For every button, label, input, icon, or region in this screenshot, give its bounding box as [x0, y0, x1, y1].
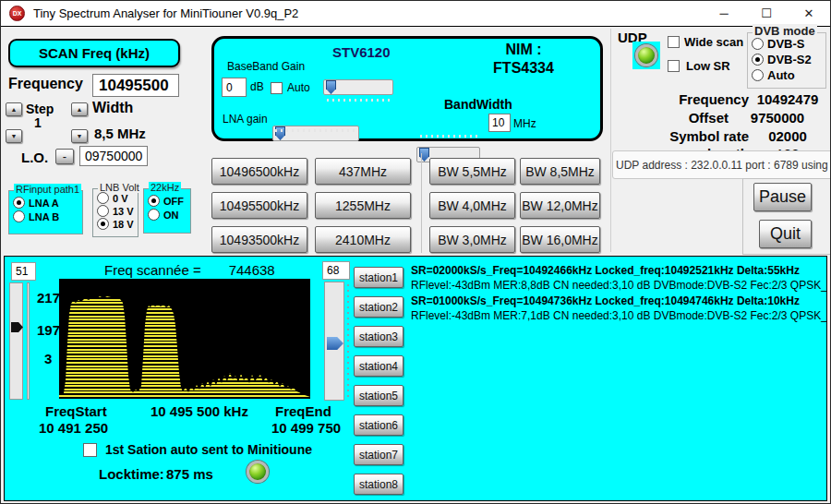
freq-preset-button[interactable]: 10495500kHz	[211, 192, 307, 219]
checkbox-icon	[668, 36, 680, 48]
freq-end-value: 10 499 750	[271, 420, 341, 436]
lna-gain-slider[interactable]	[272, 126, 359, 141]
freq-preset-button[interactable]: 1255MHz	[315, 192, 411, 219]
slider-ticks	[347, 284, 349, 398]
info-symbol-rate-row: Symbol rate 02000	[636, 126, 826, 145]
right-gain-slider[interactable]	[324, 282, 344, 401]
bw-preset-button[interactable]: BW 16,0MHz	[520, 226, 600, 253]
radio-13v[interactable]: 13 V	[97, 205, 138, 217]
radio-lna-b[interactable]: LNA B	[13, 210, 82, 222]
freq-preset-button[interactable]: 437MHz	[315, 158, 411, 185]
bandwidth-unit-label: MHz	[513, 117, 536, 130]
slider-thumb[interactable]	[326, 80, 336, 94]
frequency-input[interactable]	[92, 74, 179, 97]
station2-rf-line: RFlevel:-43dBm MER:7,1dB CN needed:3,10 …	[411, 309, 826, 322]
radio-22khz-off[interactable]: OFF	[148, 195, 190, 207]
lo-input[interactable]	[79, 146, 148, 166]
left-gain-input[interactable]	[11, 262, 36, 281]
locktime-label: Locktime:	[99, 466, 164, 482]
baseband-gain-input[interactable]	[222, 78, 247, 97]
dvb-mode-title: DVB mode	[753, 24, 817, 38]
radio-label: ON	[163, 210, 179, 221]
step-value: 1	[34, 115, 42, 130]
step-down-button[interactable]: ▼	[6, 129, 22, 143]
station2-button[interactable]: station2	[354, 296, 403, 318]
radio-22khz-on[interactable]: ON	[148, 209, 190, 221]
freq-preset-button[interactable]: 10493500kHz	[211, 226, 307, 253]
width-label: Width	[92, 100, 133, 116]
close-button[interactable]: ✕	[788, 1, 830, 26]
lo-minus-button[interactable]: -	[55, 149, 74, 164]
divider	[610, 29, 611, 252]
radio-icon	[13, 210, 25, 222]
pause-button[interactable]: Pause	[753, 183, 812, 211]
station4-button[interactable]: station4	[354, 355, 403, 377]
bw-preset-button[interactable]: BW 8,5MHz	[520, 158, 600, 185]
radio-icon	[752, 54, 764, 66]
freq-center-value: 10 495 500 kHz	[151, 403, 248, 419]
radio-icon	[148, 195, 160, 207]
station7-button[interactable]: station7	[354, 444, 403, 465]
radio-label: LNA B	[29, 211, 59, 222]
station1-button[interactable]: station1	[354, 267, 403, 288]
y-tick-3: 3	[44, 351, 52, 366]
radio-dvb-auto[interactable]: Auto	[752, 68, 825, 82]
step-label: Step	[26, 102, 54, 116]
slider-thumb[interactable]	[327, 337, 343, 350]
radio-icon	[752, 69, 764, 81]
slider-thumb[interactable]	[11, 322, 23, 332]
step-up-button[interactable]: ▲	[6, 102, 22, 116]
lo-label: L.O.	[21, 150, 48, 165]
freq-preset-button[interactable]: 2410MHz	[315, 226, 411, 253]
left-gain-slider[interactable]	[9, 282, 23, 400]
freq-end-label: FreqEnd	[275, 403, 331, 419]
lnb-volt-group: LNB Volt 0 V 13 V 18 V	[92, 188, 138, 237]
freq-start-label: FreqStart	[45, 403, 107, 419]
low-sr-label: Low SR	[686, 59, 730, 73]
dvb-mode-group: DVB mode DVB-S DVB-S2 Auto	[747, 32, 826, 89]
minimize-button[interactable]: ─	[703, 1, 745, 26]
radio-label: OFF	[163, 196, 184, 207]
info-value: 10492479	[749, 91, 826, 107]
width-value: 8,5 MHz	[94, 126, 146, 141]
radio-18v[interactable]: 18 V	[97, 218, 138, 230]
info-label: Symbol rate	[636, 128, 749, 144]
khz22-group-title: 22kHz	[149, 182, 181, 193]
radio-dvb-s2[interactable]: DVB-S2	[752, 53, 825, 66]
low-sr-checkbox[interactable]: Low SR	[668, 59, 730, 73]
radio-lna-a[interactable]: LNA A	[13, 197, 82, 209]
radio-label: DVB-S	[767, 37, 804, 51]
right-gain-input[interactable]	[322, 261, 350, 280]
station5-button[interactable]: station5	[354, 385, 403, 406]
app-icon: DX	[9, 6, 25, 21]
radio-dvb-s[interactable]: DVB-S	[752, 37, 825, 51]
radio-label: Auto	[767, 68, 795, 82]
app-window: DX Tiny Spectrum Analyser for MiniTioune…	[0, 0, 831, 504]
bw-preset-button[interactable]: BW 3,0MHz	[429, 226, 515, 253]
bw-preset-button[interactable]: BW 4,0MHz	[429, 192, 515, 219]
baseband-gain-slider[interactable]	[323, 79, 393, 95]
maximize-button[interactable]: ☐	[745, 1, 788, 26]
freq-preset-button[interactable]: 10496500kHz	[211, 158, 307, 185]
station2-sr-line: SR=01000kS/s_Freq=10494736kHz Locked_fre…	[411, 294, 826, 307]
width-down-button[interactable]: ▼	[71, 129, 88, 143]
slider-ticks	[327, 99, 391, 102]
station1-rf-line: RFlevel:-43dBm MER:8,8dB CN needed:3,10 …	[411, 279, 826, 292]
station6-button[interactable]: station6	[354, 414, 403, 436]
slider-ticks	[420, 135, 478, 138]
station3-button[interactable]: station3	[354, 326, 403, 347]
scan-freq-button[interactable]: SCAN Freq (kHz)	[8, 39, 180, 67]
radio-0v[interactable]: 0 V	[97, 192, 138, 204]
frequency-label: Frequency	[8, 76, 83, 92]
auto-gain-checkbox[interactable]	[271, 81, 283, 98]
station8-button[interactable]: station8	[354, 474, 403, 495]
bw-preset-button[interactable]: BW 5,5MHz	[429, 158, 515, 185]
quit-button[interactable]: Quit	[759, 220, 812, 248]
auto-send-checkbox[interactable]: 1st Sation auto sent to Minitioune	[83, 442, 312, 457]
bw-preset-button[interactable]: BW 12,0MHz	[520, 192, 600, 219]
freq-scanned-row: Freq scannée = 744638	[104, 262, 275, 278]
checkbox-icon	[668, 60, 680, 72]
wide-scan-checkbox[interactable]: Wide scan	[668, 35, 743, 49]
bandwidth-input[interactable]	[488, 114, 511, 132]
width-up-button[interactable]: ▲	[71, 102, 88, 116]
